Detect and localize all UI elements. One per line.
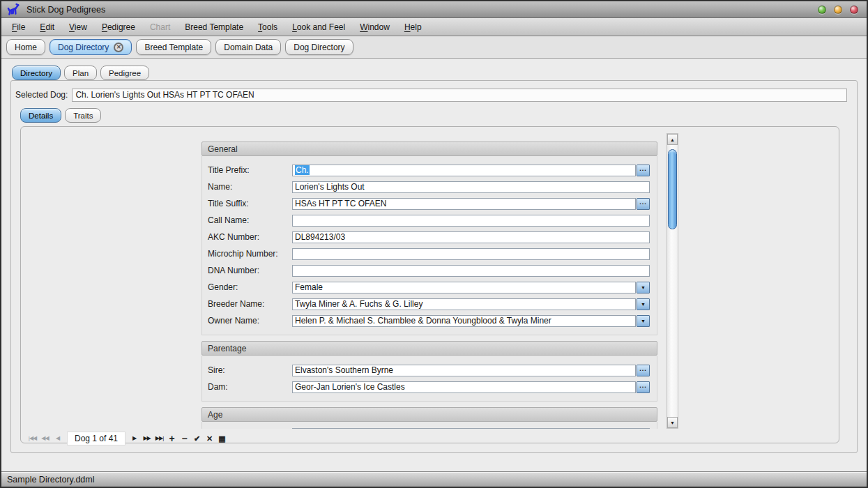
name-value: Lorien's Lights Out [295,182,365,192]
title-suffix-field[interactable]: HSAs HT PT TC OFAEN [292,198,636,210]
tab-label: Dog Directory [294,43,344,52]
call-name-field[interactable] [292,215,650,227]
nav-remove-button[interactable]: − [180,433,189,444]
microchip-number-field[interactable] [292,248,650,260]
form-row-microchip-number: Microchip Number: [202,248,657,265]
breeder-name-value: Twyla Miner & A. Fuchs & G. Lilley [295,299,422,309]
dam-ellipsis-button[interactable]: ... [637,381,650,393]
view-tab-pedigree[interactable]: Pedigree [100,66,149,80]
vertical-scrollbar[interactable]: ▲ ▼ [667,133,678,429]
breeder-name-field[interactable]: Twyla Miner & A. Fuchs & G. Lilley [292,298,636,310]
detail-tab-label: Details [29,112,53,120]
akc-number-field-wrap: DL894213/03 [292,231,650,243]
scroll-down-button[interactable]: ▼ [667,417,678,428]
view-tab-label: Plan [73,69,89,77]
menu-bar: FileEditViewPedigreeChartBreed TemplateT… [1,18,867,36]
form-row-name: Name:Lorien's Lights Out [202,181,657,198]
tab-label: Home [15,43,37,52]
title-prefix-field-wrap: Ch.... [292,165,650,176]
selected-dog-label: Selected Dog: [15,90,68,100]
close-button[interactable] [850,6,858,14]
owner-name-field[interactable]: Helen P. & Michael S. Chamblee & Donna Y… [292,315,636,327]
owner-name-value: Helen P. & Michael S. Chamblee & Donna Y… [295,316,551,326]
title-prefix-ellipsis-button[interactable]: ... [637,165,650,176]
title-suffix-field-wrap: HSAs HT PT TC OFAEN... [292,198,650,210]
section-title-parentage: Parentage [201,341,657,356]
sire-label: Sire: [208,365,292,376]
nav-grid-button[interactable]: ▦ [218,433,227,444]
menu-pedigree[interactable]: Pedigree [97,20,140,34]
tab-breed-template[interactable]: Breed Template [136,39,211,55]
detail-tab-traits[interactable]: Traits [65,108,101,123]
form-row-call-name: Call Name: [202,215,657,231]
gender-field[interactable]: Female [292,282,636,293]
view-tab-directory[interactable]: Directory [12,66,61,80]
akc-number-field[interactable]: DL894213/03 [292,231,650,243]
view-tab-label: Pedigree [109,69,141,77]
menu-file[interactable]: File [7,20,30,34]
nav-first-button: |◀◀ [28,433,37,444]
breeder-name-dropdown-button[interactable]: ▼ [637,298,650,310]
form-row-title-prefix: Title Prefix:Ch.... [202,165,657,181]
title-prefix-field[interactable]: Ch. [292,165,636,176]
section-body-age [201,422,657,429]
tab-dog-directory-2[interactable]: Dog Directory [285,39,353,55]
dna-number-field-wrap [292,265,650,277]
nav-add-button[interactable]: + [167,433,176,444]
nav-next-button[interactable]: ▶ [130,433,139,444]
form-row-owner-name: Owner Name:Helen P. & Michael S. Chamble… [202,315,657,332]
menu-breed-template[interactable]: Breed Template [180,20,248,34]
dam-field[interactable]: Geor-Jan Lorien's Ice Castles [292,381,636,393]
form-row-title-suffix: Title Suffix:HSAs HT PT TC OFAEN... [202,198,657,215]
microchip-number-label: Microchip Number: [208,248,292,260]
menu-look-and-feel[interactable]: Look and Feel [287,20,350,34]
menu-window[interactable]: Window [355,20,395,34]
nav-commit-button[interactable]: ✔ [192,433,201,444]
title-suffix-ellipsis-button[interactable]: ... [637,198,650,210]
tab-domain-data[interactable]: Domain Data [215,39,281,55]
breeder-name-field-wrap: Twyla Miner & A. Fuchs & G. Lilley▼ [292,298,650,310]
menu-view[interactable]: View [64,20,92,34]
minimize-button[interactable] [818,6,826,14]
sire-field[interactable]: Elvaston's Southern Byrne [292,365,636,376]
view-tab-bar: DirectoryPlanPedigree [1,59,867,80]
maximize-button[interactable] [834,6,842,14]
chevron-down-icon: ▼ [641,319,646,323]
scrollbar-thumb[interactable] [668,149,677,229]
form-row-sire: Sire:Elvaston's Southern Byrne... [202,365,657,381]
nav-next-fast-button[interactable]: ▶▶ [142,433,151,444]
menu-chart: Chart [145,20,175,34]
scroll-up-button[interactable]: ▲ [667,134,678,145]
nav-previous-fast-button: ◀◀ [40,433,50,444]
nav-last-button[interactable]: ▶▶| [155,433,164,444]
menu-tools[interactable]: Tools [253,20,282,34]
detail-tab-label: Traits [73,112,93,120]
age-field[interactable] [292,428,650,429]
title-suffix-label: Title Suffix: [208,198,292,210]
view-tab-plan[interactable]: Plan [64,66,97,80]
tab-dog-directory[interactable]: Dog Directory✕ [50,39,132,55]
name-label: Name: [208,181,292,193]
chevron-down-icon: ▼ [641,285,646,290]
detail-tab-details[interactable]: Details [20,108,61,123]
name-field[interactable]: Lorien's Lights Out [292,181,650,193]
record-navigator: |◀◀◀◀◀Dog 1 of 41▶▶▶▶▶|+−✔✕▦ [28,432,230,445]
owner-name-dropdown-button[interactable]: ▼ [637,315,650,327]
tab-home[interactable]: Home [6,39,45,55]
form-row-breeder-name: Breeder Name:Twyla Miner & A. Fuchs & G.… [202,298,657,315]
owner-name-label: Owner Name: [208,315,292,327]
dam-label: Dam: [208,381,292,393]
title-bar: Stick Dog Pedigrees [1,1,867,18]
menu-edit[interactable]: Edit [35,20,59,34]
menu-help[interactable]: Help [399,20,427,34]
sire-ellipsis-button[interactable]: ... [637,365,650,376]
tab-label: Domain Data [224,43,273,52]
nav-cancel-button[interactable]: ✕ [205,433,214,444]
dna-number-field[interactable] [292,265,650,277]
close-tab-icon[interactable]: ✕ [114,43,123,52]
selected-dog-field[interactable]: Ch. Lorien's Lights Out HSAs HT PT TC OF… [72,89,847,102]
form-row-akc-number: AKC Number:DL894213/03 [202,231,657,248]
section-body-parentage: Sire:Elvaston's Southern Byrne...Dam:Geo… [201,356,657,402]
form-row-dna-number: DNA Number: [202,265,657,282]
gender-dropdown-button[interactable]: ▼ [637,282,650,293]
